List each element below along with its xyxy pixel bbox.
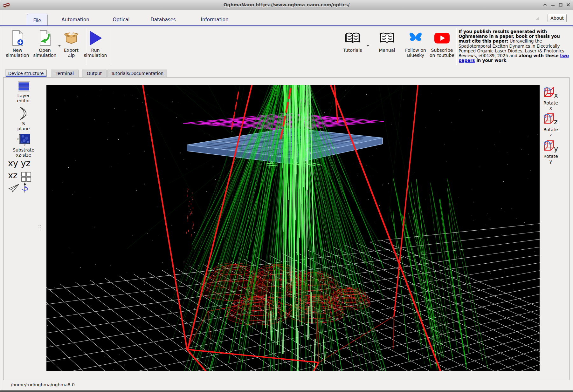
3d-viewport[interactable] — [46, 85, 540, 371]
oghmanano-window: OghmaNano https://www.oghma-nano.com/opt… — [0, 0, 573, 392]
tab-file[interactable]: File — [27, 14, 48, 26]
manual-book-icon — [379, 29, 395, 47]
youtube-button[interactable]: Subscribeon Youtube — [428, 29, 456, 65]
tutorials-button[interactable]: Tutorials — [339, 29, 366, 65]
optical-simulation-scene — [46, 85, 540, 371]
svg-text:z: z — [24, 144, 25, 146]
layer-editor-button[interactable] — [18, 81, 30, 93]
substrate-xz-size-button[interactable]: x z — [17, 133, 31, 148]
tutorials-dropdown-icon[interactable] — [366, 45, 369, 47]
paper-plane-icon — [8, 184, 20, 193]
about-button[interactable]: About — [548, 14, 567, 22]
youtube-icon — [434, 29, 450, 47]
manual-button[interactable]: Manual — [373, 29, 401, 65]
window-title: OghmaNano https://www.oghma-nano.com/opt… — [0, 0, 573, 10]
s-plane-button[interactable] — [19, 107, 27, 121]
citation-text: If you publish results generated with Og… — [459, 29, 572, 63]
toolbar-separator — [456, 28, 457, 65]
substrate-xz-size-label: Substratexz-size — [6, 147, 41, 158]
four-view-button[interactable] — [21, 172, 32, 184]
s-plane-label: Splane — [6, 121, 41, 131]
rotate-y-button[interactable]: y — [543, 140, 561, 154]
tab-automation[interactable]: Automation — [55, 15, 96, 24]
sidebar-resize-handle[interactable] — [38, 224, 41, 232]
tutorials-book-icon — [345, 29, 360, 47]
close-icon[interactable] — [566, 2, 571, 8]
new-simulation-icon — [10, 29, 25, 47]
substrate-icon: x z — [17, 133, 31, 146]
layer-editor-label: Layereditor — [6, 93, 41, 103]
run-simulation-icon — [88, 29, 102, 47]
bottom-strip — [0, 390, 573, 392]
tab-terminal[interactable]: Terminal — [51, 70, 79, 77]
resize-grip-icon — [535, 17, 540, 20]
four-view-grid-icon — [21, 172, 32, 182]
tab-databases[interactable]: Databases — [144, 15, 183, 24]
tab-device-structure[interactable]: Device structure — [5, 70, 47, 77]
rotate-y-label: Rotatey — [539, 154, 562, 164]
bluesky-button[interactable]: Follow onBluesky — [402, 29, 429, 65]
run-simulation-button[interactable]: Runsimulation — [82, 29, 109, 65]
rotate-y-cube-icon — [543, 140, 555, 152]
maximize-icon[interactable] — [558, 2, 564, 8]
rotate-x-label: Rotatex — [539, 100, 562, 111]
rotate-z-button[interactable]: z — [543, 113, 561, 127]
view-xy-yz-button[interactable]: xy yz — [8, 158, 31, 168]
shade-icon[interactable] — [542, 2, 548, 8]
view-xz-button[interactable]: xz — [8, 170, 17, 180]
svg-text:x: x — [17, 138, 19, 141]
tab-information[interactable]: Information — [194, 15, 235, 24]
fly-scene-button[interactable] — [8, 184, 20, 194]
rotate-x-button[interactable]: x — [543, 86, 561, 100]
menu-underline — [0, 25, 573, 26]
new-simulation-button[interactable]: Newsimulation — [4, 29, 31, 65]
open-simulation-button[interactable]: Opensimulation — [31, 29, 58, 65]
export-zip-icon — [63, 29, 79, 47]
rotate-scene-button[interactable] — [21, 182, 29, 195]
titlebar[interactable]: OghmaNano https://www.oghma-nano.com/opt… — [0, 0, 573, 10]
rotate-z-label: Rotatez — [539, 127, 562, 137]
bluesky-butterfly-icon — [409, 29, 423, 47]
tab-tutorials-documentation[interactable]: Tutorials/Documentation — [107, 70, 167, 77]
minimize-icon[interactable] — [550, 2, 556, 8]
toolbar-separator — [111, 28, 111, 65]
statusbar-path: /home/rod/oghma/oghma8.0 — [11, 382, 75, 387]
open-simulation-icon — [38, 29, 52, 47]
s-plane-icon — [19, 107, 27, 120]
layer-editor-icon — [18, 81, 30, 91]
rotate-x-cube-icon — [543, 86, 555, 99]
tab-output[interactable]: Output — [82, 70, 107, 77]
rotate-axis-icon — [21, 182, 29, 194]
tab-optical[interactable]: Optical — [109, 15, 134, 24]
rotate-z-cube-icon — [543, 113, 555, 125]
export-zip-button[interactable]: ExportZip — [59, 29, 83, 65]
